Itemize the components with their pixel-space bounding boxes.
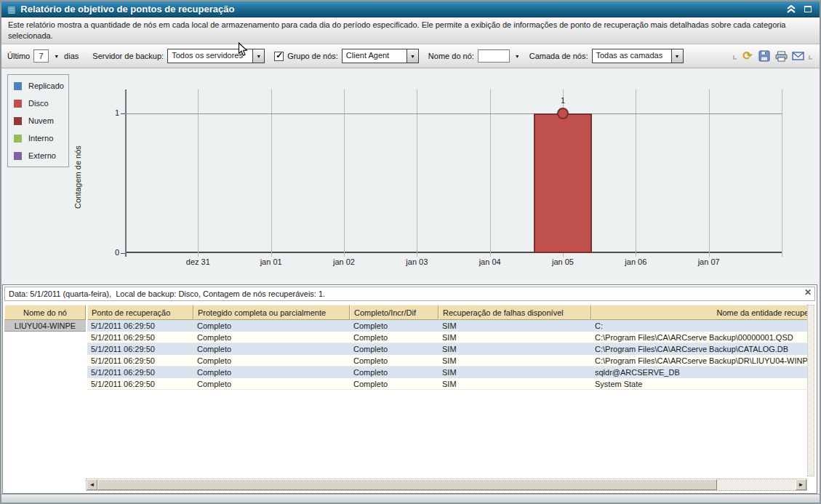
vertical-scrollbar[interactable] bbox=[807, 305, 814, 476]
mouse-cursor bbox=[238, 42, 248, 57]
plot-area: 1 bbox=[125, 89, 782, 253]
node-group-select[interactable]: Client Agent ▼ bbox=[342, 49, 419, 63]
column-header-protected[interactable]: Protegido completa ou parcialmente bbox=[193, 305, 350, 320]
cell-protected: Completo bbox=[193, 355, 350, 366]
days-dropdown-arrow-icon[interactable]: ▼ bbox=[52, 54, 60, 59]
column-header-node-name[interactable]: Nome do nó bbox=[4, 305, 86, 320]
print-icon[interactable] bbox=[774, 49, 788, 63]
y-axis-tick-label: 0 bbox=[105, 248, 119, 257]
legend-item[interactable]: Disco bbox=[8, 95, 68, 112]
window-bottom-strip bbox=[1, 494, 820, 503]
chevron-down-icon[interactable]: ▼ bbox=[407, 49, 418, 63]
legend-item[interactable]: Nuvem bbox=[8, 112, 68, 129]
table-row[interactable]: 5/1/2011 06:29:50CompletoCompletoSIMC:\P… bbox=[87, 355, 808, 367]
report-window: ▦ Relatório de objetivo de pontos de rec… bbox=[0, 0, 821, 504]
x-axis-tick-label: jan 05 bbox=[534, 257, 592, 266]
legend-swatch-icon bbox=[14, 135, 22, 143]
cell-dr-available: SIM bbox=[438, 343, 591, 355]
cell-full-incr-diff: Completo bbox=[350, 343, 438, 355]
node-name-cell[interactable]: LIUYU04-WINPE bbox=[4, 320, 86, 332]
days-input[interactable]: 7 bbox=[33, 49, 49, 63]
legend-item[interactable]: Externo bbox=[8, 147, 68, 164]
column-header-dr-available[interactable]: Recuperação de falhas disponível bbox=[438, 305, 591, 320]
table-row[interactable]: 5/1/2011 06:29:50CompletoCompletoSIMC: bbox=[87, 320, 808, 332]
x-axis-tick-label: jan 03 bbox=[388, 257, 446, 266]
node-group-label: Grupo de nós: bbox=[287, 52, 338, 60]
bar-disco[interactable] bbox=[534, 113, 592, 253]
column-header-recovery-point[interactable]: Ponto de recuperação bbox=[87, 305, 193, 320]
filter-toolbar: Último 7 ▼ dias Servidor de backup: Todo… bbox=[1, 44, 820, 68]
node-tier-select[interactable]: Todas as camadas ▼ bbox=[592, 49, 684, 63]
save-icon[interactable] bbox=[757, 49, 772, 63]
cell-protected: Completo bbox=[193, 378, 350, 389]
node-name-label: Nome do nó: bbox=[428, 52, 474, 60]
gridline-vertical bbox=[709, 89, 710, 257]
cell-entity-name: C:\Program Files\CA\ARCserve Backup\DR\L… bbox=[591, 355, 808, 366]
cell-dr-available: SIM bbox=[438, 332, 591, 343]
cell-protected: Completo bbox=[193, 320, 350, 332]
y-axis-tick bbox=[121, 253, 125, 254]
scroll-right-icon[interactable]: ► bbox=[796, 479, 806, 490]
y-axis-tick-label: 1 bbox=[105, 108, 119, 117]
close-icon[interactable]: ✕ bbox=[804, 287, 812, 297]
legend-swatch-icon bbox=[14, 100, 22, 108]
scroll-left-icon[interactable]: ◄ bbox=[87, 479, 97, 490]
table-row[interactable]: 5/1/2011 06:29:50CompletoCompletoSIMC:\P… bbox=[87, 332, 808, 343]
horizontal-scrollbar[interactable]: ◄ ► bbox=[86, 479, 807, 491]
node-name-dropdown-arrow-icon[interactable]: ▼ bbox=[513, 54, 521, 59]
x-axis-tick-label: jan 06 bbox=[606, 257, 665, 266]
table-row[interactable]: 5/1/2011 06:29:50CompletoCompletoSIMSyst… bbox=[87, 378, 808, 390]
gridline-vertical bbox=[490, 89, 491, 257]
gridline-vertical bbox=[417, 89, 417, 257]
node-tier-value: Todas as camadas bbox=[593, 49, 667, 63]
maximize-icon[interactable] bbox=[802, 4, 814, 15]
table-row[interactable]: 5/1/2011 06:29:50CompletoCompletoSIMC:\P… bbox=[87, 343, 808, 355]
title-bar: ▦ Relatório de objetivo de pontos de rec… bbox=[1, 1, 820, 17]
email-icon[interactable] bbox=[790, 49, 805, 63]
scrollbar-track[interactable] bbox=[717, 479, 796, 490]
cell-dr-available: SIM bbox=[438, 320, 591, 332]
chevron-down-icon[interactable]: ▼ bbox=[252, 49, 264, 63]
cell-recovery-point: 5/1/2011 06:29:50 bbox=[87, 343, 193, 355]
collapse-icon[interactable] bbox=[785, 4, 797, 15]
legend-item[interactable]: Replicado bbox=[8, 77, 68, 95]
chevron-down-icon[interactable]: ▼ bbox=[671, 49, 683, 63]
scrollbar-thumb[interactable] bbox=[97, 479, 717, 490]
cell-dr-available: SIM bbox=[438, 367, 591, 378]
toolbar-separator bbox=[733, 55, 737, 60]
checkmark-icon: ✓ bbox=[276, 50, 283, 60]
chart-region: ReplicadoDiscoNuvemInternoExterno Contag… bbox=[1, 68, 820, 284]
gridline-vertical bbox=[198, 89, 199, 257]
node-name-input[interactable] bbox=[478, 49, 510, 63]
backup-server-select[interactable]: Todos os servidores ▼ bbox=[167, 49, 265, 63]
legend-swatch-icon bbox=[14, 117, 22, 125]
y-axis-label: Contagem de nós bbox=[73, 113, 84, 241]
cell-dr-available: SIM bbox=[438, 378, 591, 389]
column-header-full-incr-diff[interactable]: Completo/Incr/Dif bbox=[350, 305, 438, 320]
column-header-entity-name[interactable]: Nome da entidade recuperável bbox=[591, 305, 808, 320]
legend-label: Disco bbox=[28, 99, 49, 108]
node-group-checkbox[interactable]: ✓ bbox=[274, 52, 284, 61]
data-point-marker[interactable] bbox=[557, 108, 569, 119]
gridline-vertical bbox=[125, 89, 127, 257]
page-title: Relatório de objetivo de pontos de recup… bbox=[20, 4, 780, 15]
legend: ReplicadoDiscoNuvemInternoExterno bbox=[7, 74, 69, 167]
gridline-vertical bbox=[636, 89, 636, 257]
refresh-icon[interactable]: ⟳ bbox=[740, 49, 755, 63]
cell-recovery-point: 5/1/2011 06:29:50 bbox=[87, 355, 193, 366]
cell-full-incr-diff: Completo bbox=[350, 332, 438, 343]
backup-server-label: Servidor de backup: bbox=[92, 52, 164, 60]
legend-item[interactable]: Interno bbox=[8, 129, 68, 147]
cell-recovery-point: 5/1/2011 06:29:50 bbox=[87, 332, 193, 343]
cell-entity-name: C: bbox=[591, 320, 808, 332]
x-axis-tick-label: dez 31 bbox=[169, 257, 227, 266]
backup-server-value: Todos os servidores bbox=[168, 49, 247, 63]
legend-label: Interno bbox=[28, 134, 53, 143]
cell-recovery-point: 5/1/2011 06:29:50 bbox=[87, 378, 193, 389]
cell-entity-name: C:\Program Files\CA\ARCserve Backup\CATA… bbox=[591, 343, 808, 355]
legend-swatch-icon bbox=[14, 82, 22, 90]
x-axis-tick-label: jan 02 bbox=[315, 257, 373, 266]
table-row[interactable]: 5/1/2011 06:29:50CompletoCompletoSIMsqld… bbox=[87, 367, 808, 378]
node-group-value: Client Agent bbox=[343, 49, 393, 63]
cell-protected: Completo bbox=[193, 367, 350, 378]
